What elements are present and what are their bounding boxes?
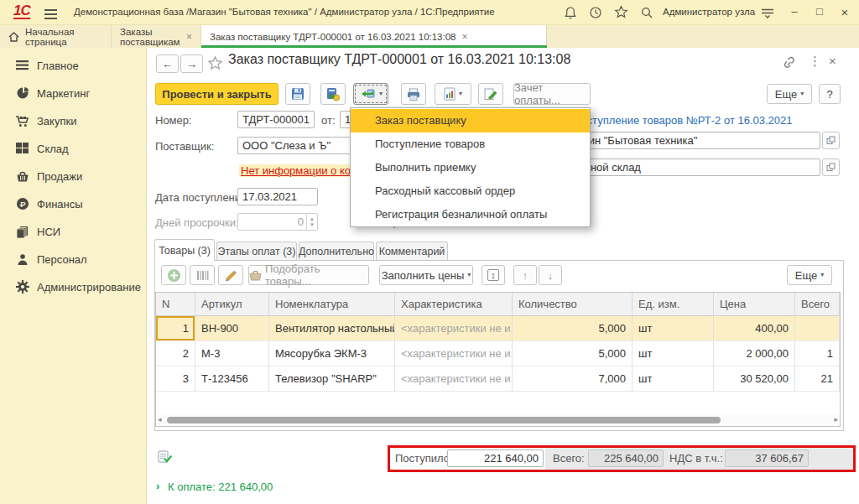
cell-nomenclature[interactable]: Мясорубка ЭКМ-3 bbox=[269, 341, 395, 366]
table-row[interactable]: 1 ВН-900 Вентилятор настольный <характер… bbox=[156, 316, 841, 341]
cell-article[interactable]: М-3 bbox=[195, 341, 269, 366]
page-tab-comment[interactable]: Комментарий bbox=[376, 242, 448, 261]
spin-up-icon[interactable]: ▲ bbox=[310, 216, 315, 222]
receipt-document-link[interactable]: Поступление товаров №РТ-2 от 16.03.2021 bbox=[573, 114, 793, 127]
page-tab-payment-stages[interactable]: Этапы оплат (3) bbox=[216, 242, 297, 261]
cell-total[interactable] bbox=[795, 316, 840, 341]
post-document-button[interactable] bbox=[320, 83, 346, 105]
add-row-button[interactable] bbox=[161, 265, 186, 285]
menu-item-goods-receipt[interactable]: Поступление товаров bbox=[351, 132, 590, 156]
maximize-button[interactable]: □ bbox=[810, 5, 829, 18]
cell-nomenclature[interactable]: Телевизор "SHARP" bbox=[269, 366, 395, 392]
sidebar-item-main[interactable]: Главное bbox=[0, 53, 147, 78]
table-more-button[interactable]: Еще ▾ bbox=[787, 265, 832, 285]
cell-characteristic[interactable]: <характеристики не и... bbox=[395, 316, 513, 341]
menu-item-cash-outflow-order[interactable]: Расходный кассовый ордер bbox=[351, 179, 590, 203]
warehouse-input[interactable]: Основной склад bbox=[554, 158, 820, 176]
tab-supplier-order-document[interactable]: Заказ поставщику ТДРТ-000001 от 16.03.20… bbox=[201, 25, 547, 48]
organization-input[interactable]: Магазин "Бытовая техника" bbox=[554, 132, 820, 149]
reports-button[interactable]: ▾ bbox=[435, 83, 471, 105]
edit-row-button[interactable] bbox=[218, 265, 243, 285]
main-menu-icon[interactable] bbox=[44, 7, 57, 22]
tab-close-icon[interactable]: × bbox=[462, 31, 468, 43]
print-button[interactable] bbox=[401, 83, 426, 105]
sidebar-item-nsi[interactable]: НСИ bbox=[0, 219, 147, 244]
help-button[interactable]: ? bbox=[819, 84, 841, 104]
sidebar-item-purchases[interactable]: Закупки bbox=[0, 108, 147, 133]
sidebar-item-warehouse[interactable]: Склад bbox=[0, 136, 147, 161]
cell-n[interactable]: 1 bbox=[156, 316, 195, 341]
form-close-icon[interactable]: × bbox=[829, 54, 836, 68]
sidebar-item-finance[interactable]: Р Финансы bbox=[0, 191, 147, 216]
sidebar-item-personnel[interactable]: Персонал bbox=[0, 247, 147, 272]
horizontal-scrollbar[interactable]: ◂ ▸ bbox=[156, 414, 840, 426]
service-menu-icon[interactable] bbox=[760, 8, 775, 19]
number-input[interactable]: ТДРТ-000001 bbox=[237, 111, 315, 128]
cell-quantity[interactable]: 5,000 bbox=[513, 341, 633, 366]
favorite-star-icon[interactable] bbox=[207, 55, 223, 71]
window-close-button[interactable]: × bbox=[836, 5, 854, 19]
more-button[interactable]: Еще ▾ bbox=[767, 84, 812, 104]
cell-price[interactable]: 2 000,00 bbox=[714, 341, 795, 366]
chevron-right-icon[interactable]: › bbox=[156, 480, 159, 492]
expand-rows-button[interactable]: ↕ bbox=[482, 265, 505, 285]
save-button[interactable] bbox=[285, 83, 310, 105]
no-contact-info-link[interactable]: Нет информации о кон bbox=[239, 164, 358, 177]
menu-item-cashless-payment-registration[interactable]: Регистрация безналичной оплаты bbox=[351, 203, 590, 226]
history-icon[interactable] bbox=[589, 6, 602, 19]
menu-item-supplier-order[interactable]: Заказ поставщику bbox=[351, 109, 590, 132]
scrollbar-thumb[interactable] bbox=[167, 417, 721, 423]
cell-unit[interactable]: шт bbox=[633, 316, 714, 341]
move-up-button[interactable]: ↑ bbox=[513, 265, 537, 285]
cell-unit[interactable]: шт bbox=[633, 341, 714, 366]
tab-home[interactable]: Начальная страница bbox=[0, 25, 112, 48]
barcode-scan-button[interactable] bbox=[190, 265, 215, 285]
cell-article[interactable]: ВН-900 bbox=[195, 316, 269, 341]
more-dots-icon[interactable]: ⋮ bbox=[809, 54, 821, 69]
offset-payment-button[interactable]: Зачет оплаты... bbox=[513, 83, 591, 105]
scroll-right-icon[interactable]: ▸ bbox=[834, 415, 838, 423]
page-tab-additional[interactable]: Дополнительно bbox=[299, 242, 374, 261]
forward-button[interactable]: → bbox=[180, 55, 203, 73]
cell-characteristic[interactable]: <характеристики не и... bbox=[395, 341, 513, 366]
edit-button[interactable] bbox=[478, 83, 503, 105]
back-button[interactable]: ← bbox=[156, 55, 179, 73]
cell-unit[interactable]: шт bbox=[633, 366, 714, 392]
move-down-button[interactable]: ↓ bbox=[539, 265, 562, 285]
spinner-control[interactable]: ▲ ▼ bbox=[306, 213, 317, 231]
page-tab-goods[interactable]: Товары (3) bbox=[154, 239, 215, 261]
spin-down-icon[interactable]: ▼ bbox=[310, 222, 315, 228]
table-row[interactable]: 3 Т-123456 Телевизор "SHARP" <характерис… bbox=[156, 366, 841, 392]
fill-prices-button[interactable]: Заполнить цены ▾ bbox=[379, 265, 473, 285]
search-icon[interactable] bbox=[640, 6, 653, 19]
cell-n[interactable]: 2 bbox=[156, 341, 195, 366]
tab-supplier-orders[interactable]: Заказы поставщикам × bbox=[112, 25, 201, 48]
create-based-on-button[interactable]: ▾ bbox=[353, 83, 388, 105]
favorites-star-icon[interactable] bbox=[614, 5, 628, 19]
cell-quantity[interactable]: 7,000 bbox=[513, 366, 633, 392]
sidebar-item-sales[interactable]: Продажи bbox=[0, 164, 147, 189]
sidebar-item-administration[interactable]: Администрирование bbox=[0, 274, 147, 299]
get-link-icon[interactable] bbox=[782, 56, 796, 69]
cell-quantity[interactable]: 5,000 bbox=[513, 316, 633, 341]
minimize-button[interactable]: – bbox=[785, 5, 804, 18]
cell-price[interactable]: 30 520,00 bbox=[714, 366, 795, 392]
cell-total[interactable]: 21 bbox=[795, 366, 840, 392]
receipt-date-input[interactable]: 17.03.2021 bbox=[237, 188, 318, 205]
organization-open-button[interactable] bbox=[822, 132, 840, 149]
warehouse-open-button[interactable] bbox=[822, 158, 840, 176]
current-user[interactable]: Администратор узла bbox=[663, 7, 755, 17]
to-pay-link[interactable]: К оплате: 221 640,00 bbox=[168, 481, 273, 493]
cell-nomenclature[interactable]: Вентилятор настольный bbox=[269, 316, 395, 341]
cell-price[interactable]: 400,00 bbox=[714, 316, 795, 341]
table-row[interactable]: 2 М-3 Мясорубка ЭКМ-3 <характеристики не… bbox=[156, 341, 841, 366]
pick-goods-button[interactable]: Подобрать товары... bbox=[248, 265, 369, 285]
cell-total[interactable]: 1 bbox=[795, 341, 840, 366]
menu-item-perform-acceptance[interactable]: Выполнить приемку bbox=[351, 156, 590, 179]
received-input[interactable]: 221 640,00 bbox=[447, 449, 544, 467]
tab-close-icon[interactable]: × bbox=[186, 31, 192, 43]
notifications-bell-icon[interactable] bbox=[564, 6, 577, 19]
post-and-close-button[interactable]: Провести и закрыть bbox=[155, 83, 279, 105]
scroll-left-icon[interactable]: ◂ bbox=[158, 415, 162, 423]
cell-characteristic[interactable]: <характеристики не и... bbox=[395, 366, 513, 392]
